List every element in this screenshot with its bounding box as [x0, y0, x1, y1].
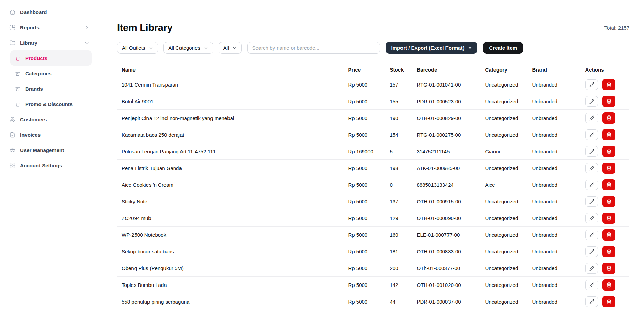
cell-stock: 157: [386, 76, 413, 93]
import-export-button[interactable]: Import / Export (Excel Format): [386, 42, 477, 54]
cell-name: Aice Cookies 'n Cream: [117, 176, 344, 193]
trash-icon: [606, 182, 612, 187]
edit-item-button[interactable]: [585, 280, 598, 290]
cell-stock: 200: [386, 260, 413, 277]
edit-item-button[interactable]: [585, 246, 598, 257]
table-row: WP-2500 Notebook Rp 5000 160 ELE-01-0007…: [117, 227, 629, 243]
cell-name: 1041 Cermin Transparan: [117, 76, 344, 93]
delete-item-button[interactable]: [602, 229, 615, 241]
delete-item-button[interactable]: [602, 263, 615, 274]
column-header-stock: Stock: [386, 63, 413, 76]
edit-item-button[interactable]: [585, 263, 598, 274]
outlets-filter-dropdown[interactable]: All Outlets: [117, 42, 158, 54]
cell-brand: Unbranded: [528, 227, 581, 243]
delete-item-button[interactable]: [602, 79, 615, 90]
delete-item-button[interactable]: [602, 96, 615, 107]
sidebar-item-reports[interactable]: Reports: [0, 20, 98, 35]
edit-item-button[interactable]: [585, 146, 598, 157]
cell-price: Rp 5000: [344, 76, 386, 93]
cell-category: Uncategorized: [481, 227, 528, 243]
sidebar-item-products[interactable]: Products: [10, 50, 92, 66]
cell-actions: [581, 110, 629, 126]
delete-item-button[interactable]: [602, 146, 615, 157]
cell-brand: Unbranded: [528, 76, 581, 93]
caret-down-icon: [468, 47, 472, 49]
cell-barcode: PDR-01-000037-00: [413, 293, 481, 309]
sidebar-item-label: Categories: [25, 71, 52, 76]
cell-barcode: RTG-01-000275-00: [413, 126, 481, 143]
edit-item-button[interactable]: [585, 79, 598, 90]
sidebar-item-user-management[interactable]: User Management: [0, 142, 98, 158]
cell-stock: 129: [386, 210, 413, 227]
trash-icon: [606, 98, 612, 104]
create-item-button[interactable]: Create Item: [483, 42, 523, 54]
users-icon: [9, 116, 16, 123]
cell-name: Penjepit Cina 12 inci non-magnetik yang …: [117, 110, 344, 126]
sidebar-item-categories[interactable]: Categories: [10, 66, 92, 81]
cell-price: Rp 5000: [344, 243, 386, 260]
pencil-icon: [589, 182, 594, 187]
trash-icon: [606, 82, 612, 87]
cell-name: Pena Listrik Tujuan Ganda: [117, 160, 344, 176]
trash-icon: [606, 199, 612, 204]
cell-brand: Unbranded: [528, 260, 581, 277]
box-icon: [15, 55, 21, 61]
cell-brand: Unbranded: [528, 243, 581, 260]
trash-icon: [606, 115, 612, 121]
sidebar-item-brands[interactable]: Brands: [10, 81, 92, 96]
delete-item-button[interactable]: [602, 179, 615, 190]
sidebar-item-library[interactable]: Library: [0, 35, 98, 50]
all-filter-dropdown[interactable]: All: [219, 42, 242, 54]
edit-item-button[interactable]: [585, 296, 598, 307]
import-export-label: Import / Export (Excel Format): [391, 45, 464, 51]
cell-actions: [581, 243, 629, 260]
cell-name: 558 penutup piring serbaguna: [117, 293, 344, 309]
users-group-icon: [9, 147, 16, 153]
search-input[interactable]: [247, 42, 380, 54]
pencil-icon: [589, 115, 594, 121]
edit-item-button[interactable]: [585, 96, 598, 107]
edit-item-button[interactable]: [585, 113, 598, 123]
trash-icon: [606, 132, 612, 137]
categories-filter-label: All Categories: [168, 45, 200, 51]
page-title: Item Library: [117, 22, 172, 33]
delete-item-button[interactable]: [602, 213, 615, 224]
delete-item-button[interactable]: [602, 279, 615, 291]
cell-brand: Unbranded: [528, 293, 581, 309]
edit-item-button[interactable]: [585, 213, 598, 223]
folder-icon: [9, 40, 16, 46]
edit-item-button[interactable]: [585, 180, 598, 190]
edit-item-button[interactable]: [585, 196, 598, 207]
delete-item-button[interactable]: [602, 129, 615, 140]
main-content: Item Library Total: 2157 All Outlets All…: [98, 0, 644, 309]
delete-item-button[interactable]: [602, 112, 615, 124]
cell-category: Uncategorized: [481, 210, 528, 227]
sidebar-item-dashboard[interactable]: Dashboard: [0, 4, 98, 20]
total-count: Total: 2157: [604, 25, 629, 31]
delete-item-button[interactable]: [602, 296, 615, 307]
column-header-name: Name: [117, 63, 344, 76]
cell-category: Uncategorized: [481, 76, 528, 93]
cell-actions: [581, 277, 629, 293]
pie-chart-icon: [9, 24, 16, 31]
cell-category: Uncategorized: [481, 260, 528, 277]
table-header-row: Name Price Stock Barcode Category Brand …: [117, 63, 629, 76]
table-row: Sekop bocor satu baris Rp 5000 181 OTH-0…: [117, 243, 629, 260]
pencil-icon: [589, 149, 594, 154]
pencil-icon: [589, 82, 594, 87]
edit-item-button[interactable]: [585, 230, 598, 240]
sidebar-item-account-settings[interactable]: Account Settings: [0, 158, 98, 173]
pencil-icon: [589, 232, 594, 237]
sidebar-item-promo-discounts[interactable]: Promo & Discounts: [10, 96, 92, 112]
edit-item-button[interactable]: [585, 163, 598, 173]
delete-item-button[interactable]: [602, 163, 615, 174]
edit-item-button[interactable]: [585, 129, 598, 140]
delete-item-button[interactable]: [602, 196, 615, 207]
delete-item-button[interactable]: [602, 246, 615, 257]
categories-filter-dropdown[interactable]: All Categories: [163, 42, 213, 54]
trash-icon: [606, 215, 612, 221]
sidebar-item-invoices[interactable]: Invoices: [0, 127, 98, 142]
cell-price: Rp 5000: [344, 93, 386, 110]
cell-actions: [581, 76, 629, 93]
sidebar-item-customers[interactable]: Customers: [0, 112, 98, 127]
